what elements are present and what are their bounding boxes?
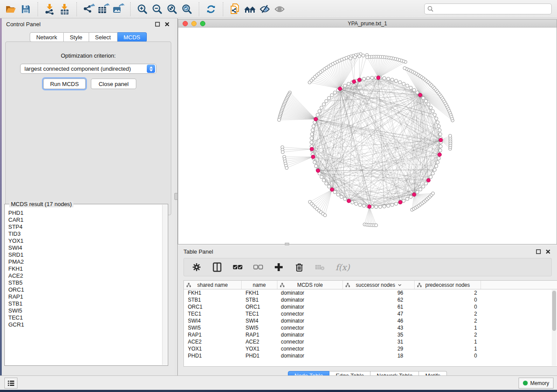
leaf-node[interactable]	[349, 57, 352, 60]
ring-node[interactable]	[409, 195, 413, 199]
mcds-result-item[interactable]: STB5	[8, 279, 162, 286]
table-row[interactable]: FKH1FKH1dominator962	[184, 289, 557, 296]
leaf-node[interactable]	[277, 118, 280, 121]
mcds-hub-node[interactable]	[316, 169, 320, 173]
splitter-handle[interactable]	[174, 193, 178, 200]
ring-node[interactable]	[362, 204, 366, 208]
mcds-result-list[interactable]: PHD1CAR1STP4TID3YOX1SWI4SRD1PMA2FKH1ACE2…	[5, 208, 162, 365]
leaf-node[interactable]	[281, 151, 284, 154]
ring-node[interactable]	[424, 182, 428, 186]
mcds-hub-node[interactable]	[419, 93, 422, 97]
leaf-node[interactable]	[449, 134, 452, 138]
ring-node[interactable]	[362, 77, 366, 81]
ring-node[interactable]	[436, 120, 439, 124]
ring-node[interactable]	[336, 193, 340, 196]
leaf-node[interactable]	[366, 55, 369, 58]
ring-node[interactable]	[433, 168, 436, 172]
ring-node[interactable]	[424, 100, 428, 103]
ring-node[interactable]	[310, 137, 313, 140]
leaf-node[interactable]	[353, 55, 356, 58]
ring-node[interactable]	[387, 204, 390, 208]
ring-node[interactable]	[409, 86, 413, 89]
column-header-MCDS-role[interactable]: MCDS role	[277, 281, 343, 289]
mcds-hub-node[interactable]	[314, 117, 318, 121]
ring-node[interactable]	[325, 182, 328, 186]
memory-button[interactable]: Memory	[519, 378, 554, 389]
ring-node[interactable]	[422, 96, 425, 100]
clone-network-button[interactable]	[228, 2, 242, 17]
ring-node[interactable]	[422, 185, 425, 189]
zoom-in-button[interactable]	[135, 2, 150, 17]
import-network-button[interactable]	[42, 2, 57, 17]
add-column-button[interactable]	[274, 262, 284, 272]
tab-select[interactable]: Select	[89, 32, 118, 42]
ring-node[interactable]	[391, 78, 394, 82]
ring-node[interactable]	[367, 76, 370, 80]
ring-node[interactable]	[358, 203, 362, 207]
ring-node[interactable]	[439, 133, 442, 136]
ring-node[interactable]	[316, 113, 319, 117]
ring-node[interactable]	[315, 165, 318, 168]
ring-node[interactable]	[322, 103, 325, 106]
ring-node[interactable]	[436, 161, 439, 164]
ring-node[interactable]	[333, 91, 337, 94]
hide-graphics-details-button[interactable]	[257, 2, 272, 17]
mcds-hub-node[interactable]	[439, 138, 443, 142]
table-row[interactable]: ACE2ACE2connector311	[184, 338, 557, 345]
mcds-result-item[interactable]: ACE2	[8, 272, 162, 279]
ring-node[interactable]	[405, 84, 409, 88]
search-input[interactable]	[434, 5, 549, 14]
mcds-hub-node[interactable]	[330, 188, 334, 192]
ring-node[interactable]	[387, 77, 390, 81]
mcds-result-item[interactable]: CAR1	[8, 217, 162, 224]
column-header-shared-name[interactable]: shared name	[184, 281, 242, 289]
column-layout-button[interactable]	[212, 262, 222, 272]
ring-node[interactable]	[405, 197, 409, 201]
mcds-hub-node[interactable]	[438, 153, 442, 157]
ring-node[interactable]	[343, 197, 347, 201]
ring-node[interactable]	[391, 203, 394, 207]
zoom-out-button[interactable]	[150, 2, 165, 17]
leaf-node[interactable]	[403, 66, 406, 69]
ring-node[interactable]	[439, 144, 443, 148]
ring-node[interactable]	[419, 188, 422, 191]
leaf-node[interactable]	[362, 54, 365, 57]
mcds-hub-node[interactable]	[412, 193, 416, 196]
ring-node[interactable]	[374, 205, 378, 209]
refresh-layout-button[interactable]	[204, 2, 218, 17]
eye-disabled-button[interactable]	[272, 2, 287, 17]
mcds-result-item[interactable]: STP4	[8, 224, 162, 230]
mcds-hub-node[interactable]	[398, 200, 402, 204]
column-header-predecessor-nodes[interactable]: predecessor nodes	[415, 281, 481, 289]
ring-node[interactable]	[327, 96, 331, 100]
ring-node[interactable]	[398, 81, 402, 84]
ring-node[interactable]	[437, 124, 441, 128]
close-panel-icon[interactable]	[544, 248, 551, 255]
ring-node[interactable]	[431, 110, 435, 113]
ring-node[interactable]	[354, 202, 358, 206]
table-row[interactable]: TEC1TEC1connector472	[184, 310, 557, 317]
zoom-selected-button[interactable]	[180, 2, 194, 17]
tab-style[interactable]: Style	[64, 32, 89, 42]
leaf-node[interactable]	[374, 224, 377, 227]
ring-node[interactable]	[431, 172, 435, 175]
mcds-hub-node[interactable]	[377, 76, 381, 80]
ring-node[interactable]	[402, 199, 405, 203]
leaf-node[interactable]	[431, 192, 434, 195]
mcds-result-item[interactable]: SWI5	[8, 307, 162, 314]
ring-node[interactable]	[383, 205, 386, 208]
column-header-name[interactable]: name	[242, 281, 277, 289]
table-row[interactable]: STB1STB1dominator620	[184, 296, 557, 303]
mcds-result-item[interactable]: TEC1	[8, 314, 162, 321]
ring-node[interactable]	[435, 165, 438, 168]
zoom-fit-button[interactable]	[165, 2, 180, 17]
mcds-result-item[interactable]: FKH1	[8, 265, 162, 272]
ring-node[interactable]	[320, 175, 323, 179]
ring-node[interactable]	[312, 124, 315, 128]
ring-node[interactable]	[327, 185, 331, 189]
tab-network[interactable]: Network	[30, 32, 64, 42]
run-mcds-button[interactable]: Run MCDS	[43, 79, 86, 89]
open-file-button[interactable]	[3, 2, 18, 17]
mcds-result-item[interactable]: SRD1	[8, 251, 162, 258]
float-panel-icon[interactable]	[154, 21, 161, 28]
